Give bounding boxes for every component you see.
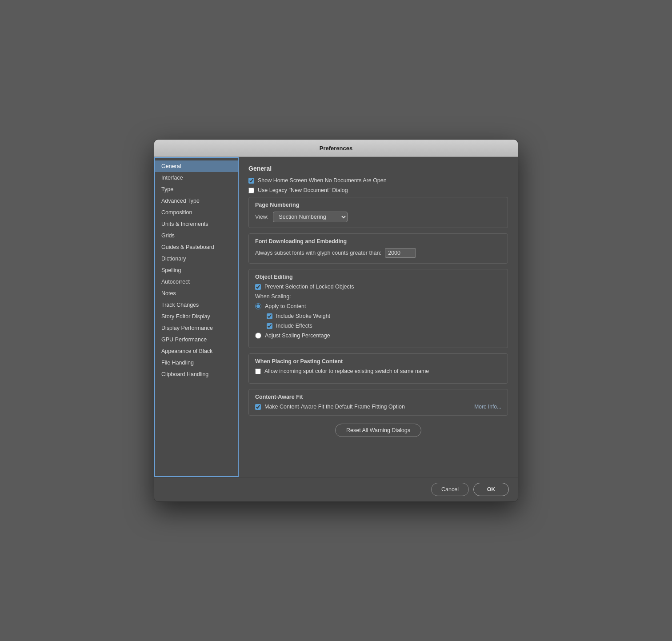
- include-effects-checkbox[interactable]: [267, 323, 272, 329]
- more-info-link[interactable]: More Info...: [474, 404, 501, 410]
- sidebar-item-gpu-performance[interactable]: GPU Performance: [155, 334, 238, 345]
- font-subset-row: Always subset fonts with glyph counts gr…: [255, 248, 501, 258]
- sidebar-item-autocorrect[interactable]: Autocorrect: [155, 276, 238, 288]
- make-default-row: Make Content-Aware Fit the Default Frame…: [255, 404, 405, 410]
- sidebar-item-story-editor-display[interactable]: Story Editor Display: [155, 311, 238, 322]
- include-effects-row: Include Effects: [267, 323, 501, 329]
- sidebar-item-track-changes[interactable]: Track Changes: [155, 299, 238, 311]
- sidebar-item-display-performance[interactable]: Display Performance: [155, 322, 238, 334]
- page-numbering-group: Page Numbering View: Section NumberingAb…: [248, 197, 508, 228]
- object-editing-group: Object Editing Prevent Selection of Lock…: [248, 269, 508, 348]
- include-stroke-label[interactable]: Include Stroke Weight: [276, 313, 330, 319]
- object-editing-title: Object Editing: [255, 274, 501, 280]
- sidebar-item-interface[interactable]: Interface: [155, 172, 238, 184]
- ok-button[interactable]: OK: [473, 483, 509, 496]
- font-downloading-group: Font Downloading and Embedding Always su…: [248, 233, 508, 264]
- include-stroke-row: Include Stroke Weight: [267, 313, 501, 319]
- sidebar-item-general[interactable]: General: [155, 160, 238, 172]
- allow-spot-checkbox[interactable]: [255, 369, 261, 374]
- glyph-count-input[interactable]: 2000: [385, 248, 416, 258]
- allow-spot-label[interactable]: Allow incoming spot color to replace exi…: [264, 368, 429, 374]
- preferences-dialog: Preferences GeneralInterfaceTypeAdvanced…: [154, 139, 518, 502]
- dialog-body: GeneralInterfaceTypeAdvanced TypeComposi…: [154, 157, 518, 477]
- content-aware-title: Content-Aware Fit: [255, 394, 501, 400]
- make-default-checkbox[interactable]: [255, 404, 261, 410]
- prevent-selection-label[interactable]: Prevent Selection of Locked Objects: [264, 284, 354, 290]
- sidebar-item-clipboard-handling[interactable]: Clipboard Handling: [155, 369, 238, 380]
- font-downloading-title: Font Downloading and Embedding: [255, 238, 501, 244]
- sidebar-item-advanced-type[interactable]: Advanced Type: [155, 195, 238, 207]
- scaling-indent: Include Stroke Weight Include Effects: [267, 313, 501, 329]
- prevent-selection-row: Prevent Selection of Locked Objects: [255, 284, 501, 290]
- sidebar-item-notes[interactable]: Notes: [155, 288, 238, 299]
- view-row: View: Section NumberingAbsolute Numberin…: [255, 212, 501, 222]
- sidebar-item-dictionary[interactable]: Dictionary: [155, 253, 238, 264]
- show-home-screen-row: Show Home Screen When No Documents Are O…: [248, 177, 508, 184]
- page-numbering-select[interactable]: Section NumberingAbsolute Numbering: [273, 212, 348, 222]
- show-home-screen-label[interactable]: Show Home Screen When No Documents Are O…: [258, 177, 387, 184]
- content-aware-group: Content-Aware Fit Make Content-Aware Fit…: [248, 389, 508, 416]
- use-legacy-checkbox[interactable]: [248, 188, 254, 193]
- when-scaling-label: When Scaling:: [255, 293, 501, 300]
- apply-to-content-radio[interactable]: [255, 303, 261, 309]
- apply-to-content-label[interactable]: Apply to Content: [265, 303, 306, 309]
- sidebar-item-spelling[interactable]: Spelling: [155, 264, 238, 276]
- sidebar-item-composition[interactable]: Composition: [155, 207, 238, 218]
- adjust-scaling-label[interactable]: Adjust Scaling Percentage: [265, 333, 330, 339]
- dialog-title: Preferences: [320, 145, 352, 152]
- sidebar-item-file-handling[interactable]: File Handling: [155, 357, 238, 369]
- when-placing-title: When Placing or Pasting Content: [255, 358, 501, 365]
- use-legacy-label[interactable]: Use Legacy "New Document" Dialog: [258, 187, 348, 193]
- sidebar-item-units---increments[interactable]: Units & Increments: [155, 218, 238, 230]
- sidebar-item-grids[interactable]: Grids: [155, 230, 238, 241]
- apply-to-content-row: Apply to Content: [255, 303, 501, 309]
- sidebar-item-type[interactable]: Type: [155, 184, 238, 195]
- content-aware-row: Make Content-Aware Fit the Default Frame…: [255, 404, 501, 410]
- sidebar: GeneralInterfaceTypeAdvanced TypeComposi…: [154, 157, 239, 477]
- make-default-label[interactable]: Make Content-Aware Fit the Default Frame…: [264, 404, 405, 410]
- view-label: View:: [255, 214, 268, 220]
- page-numbering-title: Page Numbering: [255, 202, 501, 208]
- reset-warning-button[interactable]: Reset All Warning Dialogs: [335, 424, 421, 437]
- sidebar-item-guides---pasteboard[interactable]: Guides & Pasteboard: [155, 241, 238, 253]
- use-legacy-row: Use Legacy "New Document" Dialog: [248, 187, 508, 193]
- when-placing-group: When Placing or Pasting Content Allow in…: [248, 353, 508, 384]
- dialog-footer: Cancel OK: [154, 477, 518, 501]
- prevent-selection-checkbox[interactable]: [255, 284, 261, 290]
- sidebar-item-appearance-of-black[interactable]: Appearance of Black: [155, 345, 238, 357]
- allow-spot-row: Allow incoming spot color to replace exi…: [255, 368, 501, 374]
- adjust-scaling-row: Adjust Scaling Percentage: [255, 333, 501, 339]
- cancel-button[interactable]: Cancel: [431, 483, 469, 496]
- main-content: General Show Home Screen When No Documen…: [239, 157, 518, 477]
- include-stroke-checkbox[interactable]: [267, 313, 272, 319]
- title-bar: Preferences: [154, 140, 518, 157]
- reset-button-container: Reset All Warning Dialogs: [248, 424, 508, 437]
- show-home-screen-checkbox[interactable]: [248, 178, 254, 184]
- always-subset-label: Always subset fonts with glyph counts gr…: [255, 250, 381, 256]
- main-section-title: General: [248, 165, 508, 172]
- include-effects-label[interactable]: Include Effects: [276, 323, 312, 329]
- adjust-scaling-radio[interactable]: [255, 333, 261, 339]
